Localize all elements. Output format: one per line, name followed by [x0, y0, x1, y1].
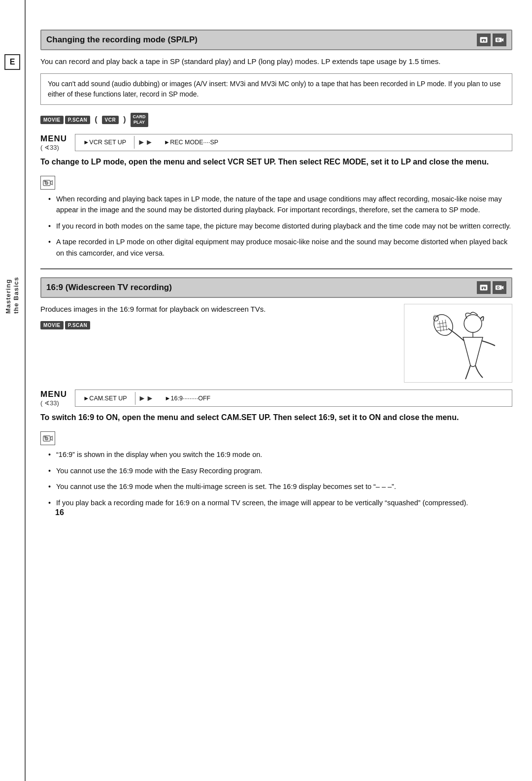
menu-word: MENU — [40, 134, 70, 144]
pscan-button-2: P.SCAN — [65, 321, 91, 329]
bullet-item: You cannot use the 16:9 mode when the mu… — [48, 481, 512, 492]
pscan-button: P.SCAN — [65, 116, 91, 124]
section-divider — [40, 268, 512, 269]
bullet-item: You cannot use the 16:9 mode with the Ea… — [48, 465, 512, 476]
camera-header-icon — [493, 33, 506, 46]
widescreen-illustration — [404, 304, 512, 383]
menu-double-arrow-2: ►► — [135, 391, 157, 406]
svg-point-10 — [46, 182, 47, 184]
section1-instruction: To change to LP mode, open the menu and … — [40, 156, 512, 168]
movie-button: MOVIE — [40, 116, 64, 124]
header-icons-2 — [477, 281, 506, 294]
svg-point-18 — [498, 287, 499, 289]
menu-label-area: MENU ( ∢33) — [40, 134, 70, 151]
menu-step2-1: ►CAM.SET UP — [75, 392, 135, 405]
header-icons — [477, 33, 506, 46]
menu-steps: ►VCR SET UP ►► ►REC MODE····SP — [75, 134, 512, 151]
tape-icon — [477, 33, 491, 46]
svg-line-22 — [436, 329, 448, 331]
section1-title: Changing the recording mode (SP/LP) — [46, 35, 198, 45]
menu-ref: ( ∢33) — [40, 144, 70, 151]
svg-point-13 — [482, 288, 484, 290]
note-camera-icon — [40, 176, 55, 190]
tape-icon-2 — [477, 281, 491, 294]
paren-open: ( — [93, 114, 99, 125]
movie-button-2: MOVIE — [40, 321, 64, 329]
menu-step2: ►REC MODE····SP — [156, 136, 226, 149]
svg-line-23 — [437, 326, 447, 327]
paren-close: ) — [121, 114, 128, 125]
bullet-item: A tape recorded in LP mode on other digi… — [48, 236, 512, 259]
section2-instruction: To switch 16:9 to ON, open the menu and … — [40, 412, 512, 423]
bullet-item: When recording and playing back tapes in… — [48, 194, 512, 216]
svg-marker-4 — [502, 38, 504, 41]
section1-note: You can't add sound (audio dubbing) or i… — [40, 73, 512, 105]
svg-marker-16 — [502, 286, 504, 290]
menu-double-arrow: ►► — [134, 135, 156, 150]
card-play-button: CARD PLAY — [131, 113, 148, 127]
svg-rect-11 — [44, 181, 46, 182]
menu-steps-2: ►CAM.SET UP ►► ►16:9·········OFF — [75, 390, 512, 407]
menu-step2-2: ►16:9·········OFF — [157, 392, 218, 405]
menu-label-area-2: MENU ( ∢33) — [40, 390, 70, 407]
section1-body1: You can record and play back a tape in S… — [40, 56, 512, 67]
widescreen-content: Produces images in the 16:9 format for p… — [40, 304, 512, 383]
camera-header-icon-2 — [493, 281, 506, 294]
svg-rect-33 — [44, 436, 46, 437]
section2-menu-row: MENU ( ∢33) ►CAM.SET UP ►► ►16:9········… — [40, 390, 512, 407]
widescreen-text: Produces images in the 16:9 format for p… — [40, 304, 394, 336]
svg-point-31 — [45, 437, 48, 440]
page-number: 16 — [55, 508, 527, 517]
svg-point-6 — [498, 39, 499, 41]
mode-buttons-row: MOVIE P.SCAN ( VCR ) CARD PLAY — [40, 113, 512, 127]
section2-body1: Produces images in the 16:9 format for p… — [40, 304, 394, 315]
bullet-item: If you record in both modes on the same … — [48, 221, 512, 231]
note-camera-icon-2 — [40, 431, 55, 445]
bullet-item: “16:9” is shown in the display when you … — [48, 449, 512, 460]
menu-step1: ►VCR SET UP — [75, 136, 134, 149]
svg-point-9 — [45, 181, 48, 184]
section2-bullet-list: “16:9” is shown in the display when you … — [40, 449, 512, 508]
sidebar-rotated-text: Mastering the Basics — [4, 277, 20, 314]
svg-point-32 — [46, 438, 47, 439]
svg-line-26 — [442, 320, 444, 331]
sidebar-letter: E — [4, 54, 20, 70]
svg-point-14 — [484, 288, 486, 290]
main-content: Changing the recording mode (SP/LP) — [26, 0, 532, 781]
section1-menu-row: MENU ( ∢33) ►VCR SET UP ►► ►REC MODE····… — [40, 134, 512, 151]
mode-buttons-row-2: MOVIE P.SCAN — [40, 321, 394, 329]
menu-ref-2: ( ∢33) — [40, 399, 70, 407]
svg-point-1 — [482, 40, 484, 42]
section2-header: 16:9 (Widescreen TV recording) — [40, 277, 512, 298]
section1-header: Changing the recording mode (SP/LP) — [40, 30, 512, 50]
vcr-button: VCR — [102, 116, 119, 124]
svg-line-24 — [437, 323, 446, 324]
svg-line-27 — [445, 320, 447, 330]
menu-word-2: MENU — [40, 390, 70, 399]
svg-point-2 — [484, 40, 486, 42]
bullet-item: If you play back a recording made for 16… — [48, 497, 512, 508]
sidebar: E Mastering the Basics — [0, 0, 26, 781]
section1-bullet-list: When recording and playing back tapes in… — [40, 194, 512, 259]
section2-title: 16:9 (Widescreen TV recording) — [46, 283, 172, 293]
